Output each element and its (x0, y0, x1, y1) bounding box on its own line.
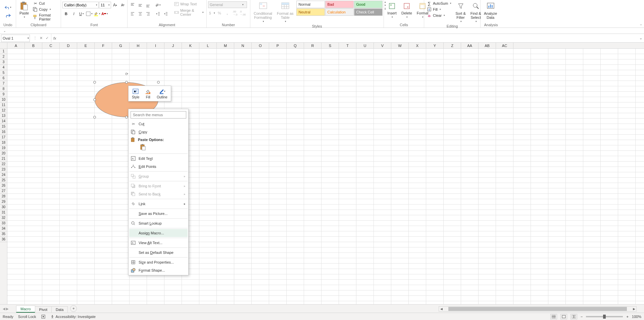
context-search-input[interactable] (131, 111, 186, 119)
column-header[interactable]: R (304, 43, 321, 48)
add-sheet-button[interactable]: + (70, 305, 77, 312)
style-normal[interactable]: Normal (296, 1, 325, 8)
formula-split[interactable]: ⋮ (32, 36, 38, 40)
page-layout-view-button[interactable] (560, 314, 567, 319)
zoom-level[interactable]: 100% (632, 315, 641, 319)
font-size-input[interactable] (99, 3, 107, 7)
page-break-view-button[interactable] (571, 314, 577, 319)
sort-filter-button[interactable]: Sort & Filter▾ (453, 1, 468, 24)
mini-outline-button[interactable]: ▾ Outline (155, 87, 169, 100)
row-header[interactable]: 1 (0, 49, 7, 54)
style-bad[interactable]: Bad (325, 1, 354, 8)
comma-button[interactable]: , (224, 9, 231, 17)
cut-button[interactable]: ✂Cut (32, 1, 59, 6)
horizontal-scrollbar[interactable]: ◀ ▶ (439, 306, 637, 312)
column-header[interactable]: Z (444, 43, 461, 48)
column-header[interactable]: Y (426, 43, 444, 48)
style-good[interactable]: Good (354, 1, 383, 8)
column-header[interactable]: S (321, 43, 339, 48)
column-header[interactable]: V (374, 43, 391, 48)
redo-button[interactable] (4, 12, 12, 19)
row-header[interactable]: 4 (0, 65, 7, 70)
formula-input[interactable] (58, 34, 637, 42)
sheet-tab-data[interactable]: Data (51, 306, 68, 313)
increase-decimal-button[interactable]: .00→.0 (231, 9, 239, 17)
font-color-button[interactable]: A▾ (101, 10, 108, 17)
ctx-smart-lookup[interactable]: Smart Lookup (129, 219, 188, 227)
row-header[interactable]: 21 (0, 156, 7, 162)
cells-area[interactable]: ⟳ (7, 49, 644, 304)
align-left-button[interactable] (129, 10, 136, 17)
underline-button[interactable]: U▾ (78, 10, 85, 17)
hscroll-thumb[interactable] (448, 307, 627, 311)
hscroll-right[interactable]: ▶ (632, 307, 636, 311)
resize-handle-tc[interactable] (125, 81, 128, 84)
align-right-button[interactable] (144, 10, 152, 17)
column-header[interactable]: D (60, 43, 77, 48)
row-header[interactable]: 22 (0, 162, 7, 167)
font-name-box[interactable]: ▾ (62, 2, 99, 8)
row-header[interactable]: 2 (0, 54, 7, 59)
row-header[interactable]: 26 (0, 183, 7, 188)
hscroll-left[interactable]: ◀ (439, 307, 444, 311)
italic-button[interactable]: I (70, 10, 78, 17)
decrease-indent-button[interactable] (154, 10, 162, 17)
font-size-box[interactable]: ▾ (99, 2, 111, 8)
column-header[interactable]: AB (479, 43, 496, 48)
fx-label[interactable]: fx (51, 36, 58, 40)
column-header[interactable]: Q (287, 43, 304, 48)
decrease-decimal-button[interactable]: .0→.00 (239, 9, 246, 17)
collapse-ribbon-button[interactable]: ⌵ (640, 22, 642, 26)
row-header[interactable]: 13 (0, 113, 7, 119)
column-header[interactable]: T (339, 43, 356, 48)
column-header[interactable]: I (147, 43, 164, 48)
resize-handle-tl[interactable] (93, 81, 96, 84)
expand-formula-bar[interactable]: ⌄ (637, 36, 644, 40)
fill-color-button[interactable]: ▾ (93, 10, 101, 17)
wrap-text-button[interactable]: Wrap Text (173, 1, 205, 7)
column-header[interactable]: H (130, 43, 147, 48)
insert-button[interactable]: Insert▾ (385, 1, 399, 19)
column-header[interactable]: X (409, 43, 426, 48)
row-header[interactable]: 10 (0, 97, 7, 102)
number-format-box[interactable]: ▾ (208, 1, 247, 8)
column-header[interactable]: M (217, 43, 234, 48)
row-header[interactable]: 25 (0, 178, 7, 183)
autosum-button[interactable]: ∑AutoSum▾ (426, 1, 453, 6)
column-header[interactable]: G (112, 43, 130, 48)
column-header[interactable]: F (95, 43, 112, 48)
row-header[interactable]: 24 (0, 172, 7, 178)
mini-style-button[interactable]: Style (130, 87, 141, 100)
row-header[interactable]: 31 (0, 210, 7, 215)
column-header[interactable]: N (234, 43, 252, 48)
analyze-data-button[interactable]: Analyze Data (482, 1, 499, 20)
style-calculation[interactable]: Calculation (325, 8, 354, 16)
orientation-button[interactable]: ab▾ (154, 1, 162, 9)
ctx-link[interactable]: Link▸ (129, 200, 188, 208)
ctx-edit-text[interactable]: AEdit Text (129, 154, 188, 163)
percent-button[interactable]: % (216, 9, 223, 17)
sheet-tab-pivot[interactable]: Pivot (35, 306, 52, 313)
ctx-size-properties[interactable]: Size and Properties... (129, 258, 188, 266)
row-header[interactable]: 7 (0, 81, 7, 86)
increase-font-button[interactable]: A▴ (111, 1, 119, 9)
column-header[interactable]: P (269, 43, 287, 48)
row-header[interactable]: 8 (0, 86, 7, 92)
ctx-edit-points[interactable]: Edit Points (129, 163, 188, 171)
increase-indent-button[interactable] (162, 10, 169, 17)
column-header[interactable]: AC (496, 43, 513, 48)
row-header[interactable]: 5 (0, 70, 7, 76)
ctx-set-default-shape[interactable]: Set as Default Shape (129, 248, 188, 257)
mini-fill-button[interactable]: Fill (143, 87, 153, 100)
align-center-button[interactable] (137, 10, 144, 17)
ctx-view-alt-text[interactable]: AView Alt Text... (129, 239, 188, 247)
paste-button[interactable]: Paste ▾ (17, 1, 31, 19)
undo-button[interactable]: ▾ (4, 4, 12, 11)
customize-quick-access[interactable]: ⌄ (3, 29, 6, 33)
accounting-format-button[interactable]: $▾ (208, 9, 215, 17)
ctx-copy[interactable]: Copy (129, 128, 188, 136)
row-header[interactable]: 23 (0, 167, 7, 172)
decrease-font-button[interactable]: A▾ (119, 1, 127, 9)
row-header[interactable]: 9 (0, 92, 7, 97)
font-name-input[interactable] (63, 3, 94, 7)
